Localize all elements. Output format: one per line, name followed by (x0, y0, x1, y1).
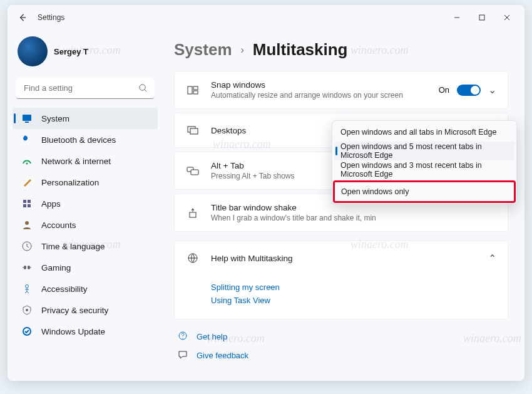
globe-icon (186, 252, 200, 264)
setting-title: Title bar window shake (211, 203, 496, 212)
nav-label: System (41, 114, 69, 123)
help-link[interactable]: Using Task View (211, 296, 496, 305)
maximize-button[interactable] (469, 8, 494, 28)
search-input[interactable] (16, 78, 154, 99)
search-icon (138, 83, 148, 93)
svg-point-26 (182, 338, 183, 338)
svg-point-9 (25, 221, 29, 225)
toggle-state-label: On (439, 85, 449, 95)
sidebar-item-bluetooth-devices[interactable]: Bluetooth & devices (13, 129, 158, 150)
sidebar-item-system[interactable]: System (13, 108, 158, 129)
sidebar-item-accessibility[interactable]: Accessibility (13, 278, 158, 299)
toggle-switch[interactable] (457, 85, 481, 96)
svg-point-14 (26, 309, 28, 311)
alttab-dropdown[interactable]: Open windows and all tabs in Microsoft E… (332, 120, 517, 204)
svg-rect-7 (23, 204, 26, 207)
nav-label: Privacy & security (41, 306, 108, 315)
breadcrumb: System › Multitasking (174, 40, 508, 60)
titlebar: Settings (8, 5, 524, 30)
svg-point-13 (26, 285, 29, 288)
dropdown-option[interactable]: Open windows and all tabs in Microsoft E… (334, 123, 514, 142)
nav-label: Gaming (41, 263, 71, 272)
alttab-icon (186, 167, 200, 175)
setting-subtitle: Automatically resize and arrange windows… (211, 91, 439, 100)
svg-rect-18 (193, 91, 198, 94)
sidebar-item-apps[interactable]: Apps (13, 193, 158, 214)
breadcrumb-parent[interactable]: System (174, 40, 232, 60)
avatar (18, 36, 48, 66)
sidebar: Sergey T SystemBluetooth & devicesNetwor… (8, 30, 163, 381)
get-help-label: Get help (197, 332, 227, 341)
chevron-right-icon: › (241, 44, 244, 56)
chevron-up-icon[interactable]: ⌃ (488, 252, 496, 264)
nav-icon (21, 134, 33, 145)
svg-rect-8 (28, 204, 31, 207)
nav-label: Accounts (41, 220, 76, 230)
page-title: Multitasking (253, 40, 348, 60)
shake-icon (186, 207, 200, 219)
nav-icon (21, 326, 33, 337)
svg-point-1 (140, 85, 145, 90)
chevron-down-icon[interactable]: ⌄ (488, 84, 496, 96)
nav-icon (21, 262, 33, 273)
nav-label: Bluetooth & devices (41, 135, 116, 145)
svg-rect-22 (191, 170, 198, 175)
sidebar-item-gaming[interactable]: Gaming (13, 257, 158, 278)
get-help-link[interactable]: Get help (178, 327, 508, 346)
svg-rect-12 (28, 266, 30, 269)
svg-rect-20 (190, 128, 198, 134)
nav-label: Accessibility (41, 284, 88, 294)
nav-icon (21, 198, 33, 209)
arrow-left-icon (18, 13, 27, 22)
sidebar-item-time-language[interactable]: Time & language (13, 236, 158, 257)
dropdown-option[interactable]: Open windows only (335, 182, 514, 201)
feedback-icon (178, 350, 189, 361)
back-button[interactable] (13, 8, 33, 28)
svg-rect-0 (479, 15, 484, 20)
nav-icon (21, 283, 33, 294)
give-feedback-link[interactable]: Give feedback (178, 346, 508, 365)
nav-label: Network & internet (41, 157, 111, 166)
window-title: Settings (38, 13, 64, 22)
nav-label: Personalization (41, 178, 99, 187)
sidebar-item-privacy-security[interactable]: Privacy & security (13, 299, 158, 321)
svg-rect-5 (23, 200, 26, 203)
snap-icon (186, 85, 200, 96)
svg-rect-17 (193, 86, 198, 90)
minimize-button[interactable] (444, 8, 469, 28)
help-icon (178, 331, 189, 343)
main-panel: System › Multitasking Snap windows Autom… (163, 30, 524, 381)
sidebar-item-accounts[interactable]: Accounts (13, 214, 158, 236)
setting-subtitle: When I grab a window's title bar and sha… (211, 214, 496, 222)
svg-rect-11 (24, 266, 26, 269)
sidebar-item-windows-update[interactable]: Windows Update (13, 321, 158, 342)
svg-rect-16 (188, 86, 192, 94)
highlight-box: Open windows only (333, 180, 516, 203)
close-button[interactable] (494, 8, 519, 28)
help-section: Help with Multitasking ⌃ Splitting my sc… (174, 241, 508, 319)
user-box[interactable]: Sergey T (13, 33, 158, 78)
svg-rect-6 (28, 200, 31, 203)
desktops-icon (186, 125, 200, 135)
setting-snap-windows[interactable]: Snap windows Automatically resize and ar… (174, 71, 508, 109)
svg-rect-2 (23, 115, 31, 121)
nav-list: SystemBluetooth & devicesNetwork & inter… (13, 108, 158, 342)
help-title: Help with Multitasking (211, 254, 488, 263)
give-feedback-label: Give feedback (197, 351, 248, 360)
sidebar-item-personalization[interactable]: Personalization (13, 172, 158, 193)
svg-rect-23 (190, 212, 196, 217)
help-header[interactable]: Help with Multitasking ⌃ (175, 241, 508, 275)
footer-links: Get help Give feedback (178, 327, 508, 365)
nav-icon (21, 304, 33, 316)
sidebar-item-network-internet[interactable]: Network & internet (13, 150, 158, 172)
nav-label: Windows Update (41, 327, 105, 336)
dropdown-option[interactable]: Open windows and 3 most recent tabs in M… (334, 160, 514, 179)
dropdown-option[interactable]: Open windows and 5 most recent tabs in M… (334, 142, 514, 160)
help-link[interactable]: Splitting my screen (211, 283, 496, 292)
user-name: Sergey T (54, 47, 88, 56)
nav-icon (21, 219, 33, 231)
nav-icon (21, 155, 33, 167)
nav-icon (21, 177, 33, 188)
help-links: Splitting my screenUsing Task View (175, 275, 508, 319)
nav-icon (21, 241, 33, 252)
